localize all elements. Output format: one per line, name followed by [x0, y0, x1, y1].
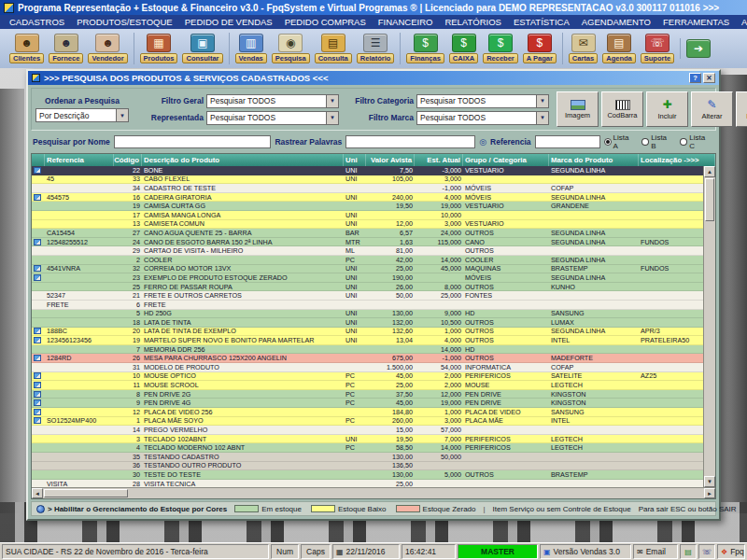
toolbar-button-clientes[interactable]: ☻Clientes [9, 34, 44, 63]
toolbar-button-vendedor[interactable]: ☻Vendedor [88, 34, 127, 63]
column-header-referencia[interactable]: Referencia [45, 154, 114, 166]
toolbar-button-cartas[interactable]: ✉Cartas [569, 34, 598, 63]
table-row[interactable]: 8PEN DRIVE 2GPC37,5012,000PEN DRIVEKINGS… [32, 390, 703, 399]
menu-item-pedido-de-vendas[interactable]: PEDIDO DE VENDAS [185, 17, 273, 27]
vertical-scroll-track[interactable] [704, 222, 715, 476]
toolbar-button-fornece[interactable]: ☻Fornece [49, 34, 83, 63]
table-row[interactable]: 3TECLADO 102ABNTUNI19,507,000PERIFERICOS… [32, 435, 703, 444]
menu-item-ferramentas[interactable]: FERRAMENTAS [663, 17, 729, 27]
scroll-left-arrow-icon[interactable]: ◄ [32, 488, 43, 498]
vertical-scroll-thumb[interactable] [705, 178, 714, 221]
table-row[interactable]: 5HD 250GUNI130,009,000HDSANSUNG [32, 310, 703, 319]
search-name-input[interactable] [114, 135, 272, 148]
column-header-valor-avista[interactable]: Valor Avista [366, 154, 415, 166]
table-row[interactable]: 4533CABO FLEXELUNI105,003,000 [32, 175, 703, 185]
table-row[interactable]: 7MEMORIA DDR 25614,000HD [32, 345, 703, 355]
button-imagem[interactable]: Imagem [557, 91, 599, 127]
table-row[interactable]: 2COOLERPC42,0014,000COOLERSEGUNDA LINHA [32, 256, 703, 265]
column-header-est-atual[interactable]: Est. Atual [415, 154, 463, 166]
scroll-up-arrow-icon[interactable]: ▲ [704, 166, 715, 177]
table-row[interactable]: 4541VNRA32CORREIA DO MOTOR 13VXUNI25,004… [32, 265, 703, 274]
table-row[interactable]: 13CAMISETA COMUNUNI12,003,000VESTUARIO [32, 220, 703, 230]
menu-item-pedido-compras[interactable]: PEDIDO COMPRAS [285, 17, 366, 27]
toolbar-button-consultar[interactable]: ▣Consultar [182, 34, 222, 63]
menu-item-produtos-estoque[interactable]: PRODUTOS/ESTOQUE [77, 17, 173, 27]
table-row[interactable]: 12345612345619MARTELO SUPER NOVO E BONIT… [32, 336, 703, 345]
table-row[interactable]: 1254825551224CANO DE ESGOTO BARRA 150 2ª… [32, 238, 703, 247]
table-row[interactable]: 1284RD26MESA PARA CHURRASCO 125X200 ANGE… [32, 354, 703, 363]
table-row[interactable]: 25FERRO DE PASSAR ROUPAUNI26,008,000OUTR… [32, 283, 703, 292]
vertical-scrollbar[interactable]: ▲ ▼ [703, 166, 715, 487]
table-row[interactable]: 18LATA DE TINTAUNI132,0010,500OUTROSLUMA… [32, 318, 703, 328]
reference-input[interactable] [535, 135, 600, 148]
table-row[interactable]: 36TESTANDO OUTRO PRODUTO136,50 [32, 462, 703, 471]
column-header-codigo[interactable]: Código [114, 154, 142, 166]
menu-item-financeiro[interactable]: FINANCEIRO [378, 17, 433, 27]
column-header-grupo-categoria[interactable]: Grupo / Categoria [463, 154, 549, 166]
toolbar-button-exit-door-icon[interactable]: ➔ [686, 39, 711, 58]
status-email-button[interactable]: ✉Email [633, 544, 678, 559]
table-row[interactable]: CA1545427CANO AGUA QUENTE 25 - BARRABAR6… [32, 229, 703, 238]
window-close-button[interactable]: ✕ [703, 73, 715, 83]
chevron-down-icon[interactable]: ▼ [326, 95, 338, 107]
toolbar-button-vendas[interactable]: ▥Vendas [235, 34, 267, 63]
toolbar-button-financas[interactable]: $Finanças [406, 34, 444, 63]
chevron-down-icon[interactable]: ▼ [536, 112, 548, 124]
table-row[interactable]: 11MOUSE SCROOLPC25,002,000MOUSELEGTECH [32, 381, 703, 390]
table-row[interactable]: 45457516CADEIRA GIRATORIAUNI240,004,000M… [32, 193, 703, 203]
status-tray-button-2[interactable]: ☏ [698, 544, 715, 559]
scroll-right-arrow-icon[interactable]: ► [704, 488, 715, 498]
toolbar-button-receber[interactable]: $Receber [483, 34, 518, 63]
toolbar-button-caixa[interactable]: $CAIXA [449, 34, 478, 63]
table-row[interactable]: 29CARTAO DE VISITA - MILHEIROML81,00OUTR… [32, 246, 703, 256]
table-row[interactable]: 22BONEUNI7,50-3,000VESTUARIOSEGUNDA LINH… [32, 166, 703, 175]
table-row[interactable]: 19CAMISA CURTA GG19,5019,000VESTUARIOGRA… [32, 202, 703, 211]
search-window-title-bar[interactable]: >>> PESQUISA DOS PRODUTOS & SERVIÇOS CAD… [28, 71, 719, 85]
button-codbarra[interactable]: CodBarra [601, 91, 643, 127]
table-row[interactable]: 14PREGO VERMELHO15,0057,000 [32, 426, 703, 435]
table-row[interactable]: 4TECLADO MODERNO 102 ABNTPC58,5014,000PE… [32, 443, 703, 453]
button-alterar[interactable]: ✎Alterar [691, 91, 733, 127]
horizontal-scroll-thumb[interactable] [44, 489, 128, 497]
table-row[interactable]: FRETE6FRETE [32, 301, 703, 310]
window-help-button[interactable]: ? [689, 73, 701, 83]
general-filter-select[interactable]: Pesquisar TODOS ▼ [206, 94, 339, 108]
toolbar-button-relatorio[interactable]: ☰Relatório [357, 34, 395, 63]
menu-item-ajuda[interactable]: AJUDA [741, 17, 747, 27]
radio-lista-c[interactable]: Lista C [680, 133, 712, 150]
column-header-descricao-do-produto[interactable]: Descrição do Produto [142, 154, 344, 166]
toolbar-button-a-pagar[interactable]: $A Pagar [523, 34, 557, 63]
toolbar-button-pesquisa[interactable]: ◉Pesquisa [272, 34, 310, 63]
table-row[interactable]: 35TESTANDO CADASTRO130,0050,000 [32, 453, 703, 462]
menu-item-estatistica[interactable]: ESTATÍSTICA [514, 17, 570, 27]
search-words-input[interactable] [345, 135, 475, 148]
brand-filter-select[interactable]: Pesquisar TODOS ▼ [416, 111, 549, 125]
table-row[interactable]: 188BC20LATA DE TINTA DE EXEMPLOUNI132,60… [32, 328, 703, 337]
column-header-uni[interactable]: Uni [344, 154, 366, 166]
represented-filter-select[interactable]: Pesquisar TODOS ▼ [206, 111, 339, 125]
horizontal-scrollbar[interactable]: ◄ ► [32, 487, 715, 498]
menu-item-agendamento[interactable]: AGENDAMENTO [582, 17, 651, 27]
toolbar-button-consulta[interactable]: ▤Consulta [315, 34, 352, 63]
table-row[interactable]: 12PLACA DE VIDEO 256184,801,000PLACA DE … [32, 408, 703, 417]
table-row[interactable]: 30TESTE DO TESTE130,005,000OUTROSBRASTEM… [32, 470, 703, 480]
radio-lista-b[interactable]: Lista B [641, 133, 673, 150]
chevron-down-icon[interactable]: ▼ [536, 95, 548, 107]
scroll-down-arrow-icon[interactable]: ▼ [704, 476, 715, 487]
category-filter-select[interactable]: Pesquisar TODOS ▼ [416, 94, 549, 108]
order-by-select[interactable]: Por Descrição ▼ [35, 108, 129, 122]
button-excluir[interactable]: ✖Excluir [736, 91, 747, 127]
table-row[interactable]: 31MODELO DE PRODUTO1.500,0054,000INFORMA… [32, 363, 703, 372]
chevron-down-icon[interactable]: ▼ [116, 109, 128, 121]
table-row[interactable]: 23EXEMPLO DE PRODUTO ESTOQUE ZERADOUNI19… [32, 273, 703, 283]
toolbar-button-produtos[interactable]: ▦Produtos [140, 34, 178, 63]
status-tray-button-1[interactable]: ▤ [680, 544, 697, 559]
table-row[interactable]: 5234721FRETE E OUTROS CARRETOSUNI50,0025… [32, 291, 703, 301]
menu-item-relatorios[interactable]: RELATÓRIOS [444, 17, 501, 27]
menu-item-cadastros[interactable]: CADASTROS [9, 17, 64, 27]
column-header-localizacao[interactable]: Localização ->>> [639, 154, 715, 166]
table-row[interactable]: SO12524MP4001PLACA MÃE SOYOPC260,003,000… [32, 417, 703, 427]
horizontal-scroll-track[interactable] [129, 488, 704, 498]
radio-lista-a[interactable]: Lista A [604, 133, 636, 150]
button-incluir[interactable]: ✚Incluir [646, 91, 688, 127]
